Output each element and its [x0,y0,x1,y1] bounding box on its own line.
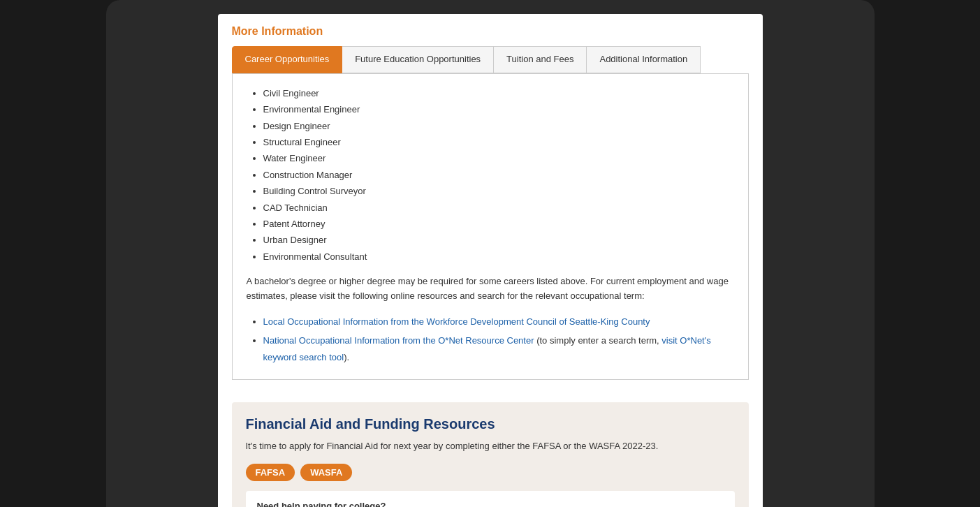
list-item: Environmental Consultant [263,249,734,265]
more-info-title: More Information [232,25,749,38]
tab-tuition-fees[interactable]: Tuition and Fees [494,46,587,73]
workforce-link[interactable]: Local Occupational Information from the … [263,316,650,327]
list-item: CAD Technician [263,200,734,216]
degree-note: A bachelor's degree or higher degree may… [247,274,734,304]
need-help-title: Need help paying for college? [257,501,724,507]
badge-container: FAFSA WASFA [246,464,735,481]
tabs-container: Career Opportunities Future Education Op… [232,46,749,74]
more-info-section: More Information Career Opportunities Fu… [218,14,763,391]
list-item: Construction Manager [263,167,734,183]
onet-suffix-before: (to simply enter a search term, [536,335,661,346]
financial-aid-desc: It's time to apply for Financial Aid for… [246,439,735,454]
list-item: Building Control Surveyor [263,183,734,199]
fafsa-badge[interactable]: FAFSA [246,464,295,481]
list-item: Patent Attorney [263,216,734,232]
list-item: Civil Engineer [263,85,734,101]
financial-aid-box: Financial Aid and Funding Resources It's… [232,402,749,507]
list-item: Structural Engineer [263,134,734,150]
need-help-box: Need help paying for college? To apply f… [246,491,735,507]
list-item: Water Engineer [263,150,734,166]
onet-link[interactable]: National Occupational Information from t… [263,335,534,346]
tab-future-education[interactable]: Future Education Opportunities [342,46,494,73]
list-item: Design Engineer [263,118,734,134]
tab-additional-info[interactable]: Additional Information [587,46,701,73]
tab-content: Civil Engineer Environmental Engineer De… [232,74,749,380]
financial-aid-title: Financial Aid and Funding Resources [246,416,735,432]
onet-suffix-after: ). [344,352,349,362]
wasfa-badge[interactable]: WASFA [300,464,352,481]
device-frame: More Information Career Opportunities Fu… [106,0,875,507]
resources-list: Local Occupational Information from the … [247,314,734,365]
browser-content: More Information Career Opportunities Fu… [218,14,763,507]
career-list: Civil Engineer Environmental Engineer De… [247,85,734,265]
list-item: Local Occupational Information from the … [263,314,734,330]
tab-career-opportunities[interactable]: Career Opportunities [232,46,343,73]
list-item: Urban Designer [263,232,734,248]
list-item: National Occupational Information from t… [263,332,734,365]
list-item: Environmental Engineer [263,101,734,117]
